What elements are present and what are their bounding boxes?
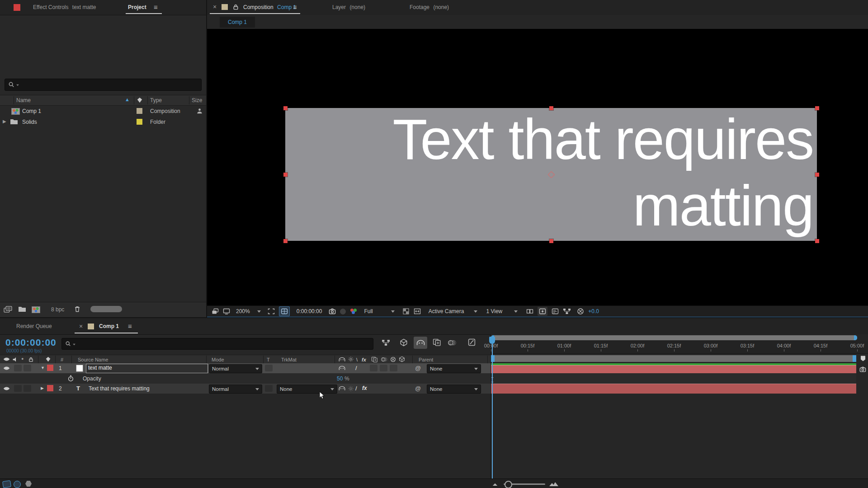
- show-channel-rgb-icon[interactable]: [350, 308, 358, 314]
- layer-name-edit-field[interactable]: text matte: [86, 364, 208, 373]
- viewer-subtab-comp1[interactable]: Comp 1: [220, 17, 255, 28]
- audio-switch-cell[interactable]: [14, 365, 22, 371]
- expand-transfer-controls-toggle[interactable]: [14, 481, 21, 488]
- open-flowchart-icon[interactable]: [563, 308, 571, 315]
- search-options-chevron-icon[interactable]: [16, 84, 19, 86]
- tab-comp1[interactable]: Comp 1: [99, 323, 119, 329]
- collapse-switch-icon[interactable]: [347, 385, 354, 392]
- layer-visibility-eye-icon[interactable]: [3, 386, 10, 391]
- selection-handle-top-right[interactable]: [815, 106, 819, 110]
- interpret-footage-icon[interactable]: [4, 306, 12, 313]
- selection-handle-bottom-left[interactable]: [283, 239, 288, 243]
- always-preview-icon[interactable]: [212, 308, 219, 314]
- main-monitor-icon[interactable]: [223, 308, 230, 314]
- tab-project[interactable]: Project: [128, 4, 146, 10]
- zoom-out-mountain-icon[interactable]: [492, 482, 498, 486]
- trash-icon[interactable]: [74, 305, 81, 313]
- selection-handle-top-center[interactable]: [549, 106, 553, 110]
- selection-handle-mid-right[interactable]: [815, 173, 819, 177]
- solo-switch-cell[interactable]: [24, 365, 31, 371]
- column-size[interactable]: Size: [192, 97, 202, 103]
- composition-canvas[interactable]: Text that requires matting: [207, 29, 868, 305]
- hide-shy-layers-icon[interactable]: [414, 337, 427, 349]
- work-area-end-handle[interactable]: [853, 355, 856, 362]
- selection-handle-mid-left[interactable]: [283, 173, 288, 177]
- footer-scrollbar-thumb[interactable]: [90, 306, 122, 312]
- column-mode[interactable]: Mode: [212, 357, 224, 362]
- current-time-display[interactable]: 0:00:00:00: [5, 337, 57, 348]
- column-trkmat[interactable]: TrkMat: [281, 357, 297, 362]
- lock-column-icon[interactable]: [28, 357, 34, 362]
- switches-effects-icon[interactable]: fx: [362, 357, 366, 362]
- expand-layer-icon[interactable]: ▼: [41, 366, 45, 370]
- tab-composition[interactable]: Composition Comp 1: [243, 4, 296, 10]
- switches-collapse-icon[interactable]: [347, 356, 354, 362]
- new-composition-icon[interactable]: [32, 306, 40, 313]
- project-item-name[interactable]: Comp 1: [22, 108, 41, 114]
- work-area-bar[interactable]: [491, 355, 856, 362]
- selection-handle-bottom-center[interactable]: [549, 239, 553, 243]
- layer-row-2[interactable]: ▶ 2 T Text that requires matting Normal …: [0, 384, 491, 394]
- transparency-grid-icon[interactable]: [402, 308, 410, 314]
- preserve-transparency-cell[interactable]: [265, 365, 273, 371]
- time-ruler[interactable]: 00:00f 00:15f 01:00f 01:15f 02:00f 02:15…: [491, 340, 868, 354]
- parent-pickwhip-icon[interactable]: @: [415, 365, 421, 371]
- tab-footage[interactable]: Footage (none): [410, 4, 449, 10]
- column-name[interactable]: Name: [16, 97, 31, 103]
- column-source-name[interactable]: Source Name: [78, 357, 108, 362]
- switches-frame-blend-icon[interactable]: [371, 357, 378, 362]
- switches-quality-icon[interactable]: \: [356, 357, 358, 362]
- adjustment-cell[interactable]: [390, 365, 397, 371]
- quality-switch-icon[interactable]: /: [355, 365, 357, 371]
- magnification-select[interactable]: 200%: [236, 308, 261, 314]
- opacity-value[interactable]: 50: [337, 375, 343, 382]
- parent-pickwhip-icon[interactable]: @: [415, 385, 421, 392]
- sort-ascending-icon[interactable]: ▲: [125, 97, 130, 102]
- timeline-zoom-slider-knob[interactable]: [505, 481, 512, 488]
- project-row-comp1[interactable]: Comp 1 Composition: [0, 106, 206, 117]
- reset-exposure-icon[interactable]: [577, 308, 584, 315]
- close-tab-icon[interactable]: ×: [79, 323, 83, 330]
- new-folder-icon[interactable]: [18, 306, 26, 312]
- graph-editor-icon[interactable]: [468, 338, 476, 346]
- track-matte-select[interactable]: None: [277, 385, 337, 394]
- layer-2-duration-bar[interactable]: [491, 384, 856, 394]
- show-snapshot-icon[interactable]: [340, 309, 346, 314]
- open-timeline-icon[interactable]: [552, 308, 559, 314]
- panel-menu-icon[interactable]: ≡: [293, 3, 297, 11]
- column-number[interactable]: #: [61, 357, 63, 362]
- shy-switch-icon[interactable]: [338, 366, 346, 371]
- label-color-swatch[interactable]: [137, 119, 142, 125]
- switches-motion-blur-icon[interactable]: [380, 357, 387, 362]
- quality-switch-icon[interactable]: /: [355, 385, 357, 392]
- label-color-swatch[interactable]: [137, 108, 142, 114]
- stopwatch-icon[interactable]: [67, 375, 74, 382]
- blend-mode-select[interactable]: Normal: [209, 364, 262, 373]
- frame-blending-icon[interactable]: [433, 338, 441, 346]
- 3d-view-select[interactable]: Active Camera: [429, 308, 478, 314]
- close-tab-icon[interactable]: ×: [213, 3, 217, 10]
- time-navigator-end-handle[interactable]: [854, 335, 857, 340]
- layer-row-1[interactable]: ▼ 1 text matte Normal / @ None: [0, 363, 491, 373]
- preserve-transparency-cell[interactable]: [265, 385, 273, 392]
- switches-shy-icon[interactable]: [338, 357, 346, 362]
- draft-3d-icon[interactable]: [400, 338, 408, 347]
- layer-name[interactable]: Text that requires matting: [89, 385, 150, 392]
- view-layout-select[interactable]: 1 View: [486, 308, 518, 314]
- column-preserve-transparency[interactable]: T: [267, 357, 270, 362]
- opacity-property-row[interactable]: Opacity 50 %: [0, 373, 491, 384]
- layer-visibility-eye-icon[interactable]: [3, 366, 10, 371]
- motion-blur-icon[interactable]: [448, 339, 456, 347]
- expand-folder-icon[interactable]: ▶: [3, 119, 6, 124]
- resolution-select[interactable]: Full: [364, 308, 394, 314]
- fast-previews-icon[interactable]: [538, 307, 547, 316]
- playhead-marker[interactable]: [489, 337, 495, 344]
- layer-label-swatch[interactable]: [47, 365, 53, 371]
- tab-effect-controls[interactable]: Effect Controls text matte: [33, 4, 96, 10]
- frame-blend-cell[interactable]: [370, 365, 377, 371]
- selection-handle-bottom-right[interactable]: [815, 239, 819, 243]
- zoom-in-mountains-icon[interactable]: [549, 481, 559, 487]
- solo-column-icon[interactable]: ●: [21, 357, 24, 361]
- project-search-input[interactable]: [5, 79, 202, 91]
- bit-depth-button[interactable]: 8 bpc: [51, 306, 64, 313]
